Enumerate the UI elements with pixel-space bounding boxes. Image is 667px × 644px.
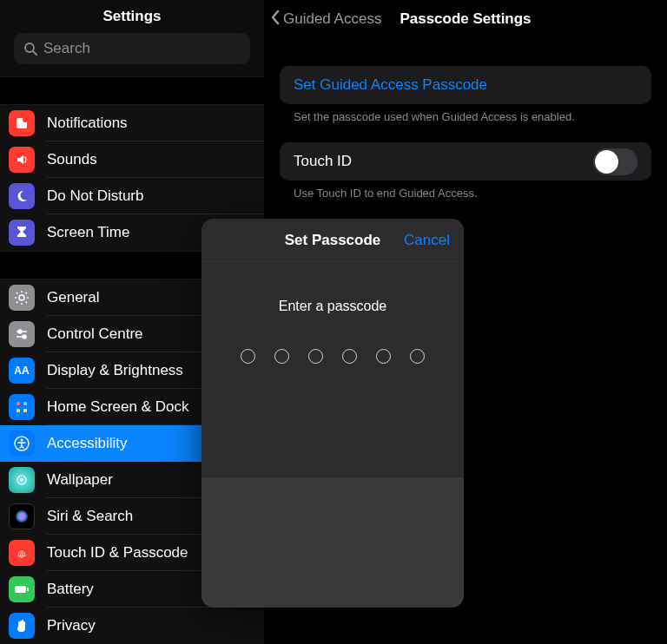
sidebar-item-label: Siri & Search: [47, 508, 133, 525]
svg-rect-12: [23, 409, 27, 412]
hourglass-icon: [9, 220, 35, 246]
sidebar-item-privacy[interactable]: Privacy: [0, 608, 264, 644]
sidebar-item-label: Home Screen & Dock: [47, 398, 188, 416]
sidebar-item-label: General: [47, 289, 99, 306]
sidebar-item-do-not-disturb[interactable]: Do Not Disturb: [0, 178, 264, 214]
sidebar-item-label: Screen Time: [47, 224, 129, 241]
sliders-icon: [9, 321, 35, 347]
passcode-dot: [274, 349, 289, 364]
passcode-dot: [308, 349, 323, 364]
touch-id-row: Touch ID: [280, 142, 651, 181]
sidebar-item-label: Do Not Disturb: [47, 187, 143, 205]
popover-body: Enter a passcode: [201, 262, 464, 477]
touch-id-toggle[interactable]: [593, 148, 637, 175]
touch-id-label: Touch ID: [294, 153, 352, 170]
sidebar-item-label: Accessibility: [47, 435, 128, 452]
search-icon: [23, 41, 38, 56]
set-passcode-popover: Set Passcode Cancel Enter a passcode: [201, 219, 464, 608]
notifications-icon: [9, 110, 35, 136]
svg-point-3: [23, 117, 28, 122]
gear-icon: [9, 285, 35, 311]
passcode-dot: [241, 349, 255, 364]
svg-point-17: [16, 510, 28, 522]
svg-point-6: [18, 330, 22, 333]
svg-point-4: [19, 295, 24, 300]
sidebar-title: Settings: [0, 0, 264, 33]
grid-icon: [9, 394, 35, 420]
passcode-dots: [201, 349, 464, 364]
sidebar-item-label: Wallpaper: [47, 471, 113, 489]
sidebar-item-label: Privacy: [47, 617, 96, 634]
svg-point-16: [20, 478, 23, 482]
sidebar-item-label: Touch ID & Passcode: [47, 544, 188, 562]
passcode-dot: [376, 349, 391, 364]
passcode-prompt: Enter a passcode: [201, 299, 464, 314]
popover-title: Set Passcode: [285, 232, 381, 249]
svg-point-8: [23, 335, 26, 338]
search-input[interactable]: [43, 40, 241, 57]
cancel-button[interactable]: Cancel: [404, 232, 450, 249]
fingerprint-icon: [9, 540, 35, 566]
search-field[interactable]: [14, 33, 250, 64]
svg-rect-10: [23, 402, 27, 405]
battery-icon: [9, 576, 35, 602]
sidebar-item-label: Battery: [47, 581, 94, 598]
back-button[interactable]: Guided Access: [264, 9, 381, 30]
siri-icon: [9, 503, 35, 529]
wallpaper-icon: [9, 467, 35, 493]
sidebar-item-label: Display & Brightness: [47, 362, 183, 379]
detail-navbar: Guided Access Passcode Settings: [264, 0, 667, 38]
chevron-left-icon: [269, 9, 281, 30]
svg-point-14: [21, 439, 23, 442]
sidebar-item-label: Control Centre: [47, 325, 143, 343]
search-container: [0, 33, 264, 76]
svg-line-1: [33, 51, 36, 55]
cell-label: Set Guided Access Passcode: [294, 76, 487, 94]
touch-id-footer: Use Touch ID to end Guided Access.: [280, 181, 651, 200]
svg-rect-19: [27, 588, 29, 591]
set-guided-access-passcode-button[interactable]: Set Guided Access Passcode: [280, 66, 651, 104]
popover-header: Set Passcode Cancel: [201, 219, 464, 262]
sidebar-item-label: Sounds: [47, 151, 97, 168]
touch-id-group: Touch ID Use Touch ID to end Guided Acce…: [280, 142, 651, 200]
sidebar-item-notifications[interactable]: Notifications: [0, 105, 264, 141]
toggle-knob: [595, 150, 618, 174]
svg-rect-18: [15, 586, 26, 593]
svg-rect-11: [17, 409, 20, 412]
sounds-icon: [9, 147, 35, 173]
svg-rect-9: [17, 402, 20, 405]
hand-icon: [9, 613, 35, 639]
sidebar-item-label: Notifications: [47, 115, 128, 132]
set-passcode-group: Set Guided Access Passcode Set the passc…: [280, 66, 651, 123]
section-separator: [0, 76, 264, 105]
back-label: Guided Access: [283, 10, 381, 28]
moon-icon: [9, 183, 35, 209]
passcode-dot: [342, 349, 357, 364]
text-size-icon: AA: [9, 358, 35, 384]
popover-keypad-area[interactable]: [201, 477, 464, 608]
sidebar-item-sounds[interactable]: Sounds: [0, 141, 264, 178]
accessibility-icon: [9, 430, 35, 457]
passcode-dot: [410, 349, 425, 364]
set-passcode-footer: Set the passcode used when Guided Access…: [280, 104, 651, 123]
